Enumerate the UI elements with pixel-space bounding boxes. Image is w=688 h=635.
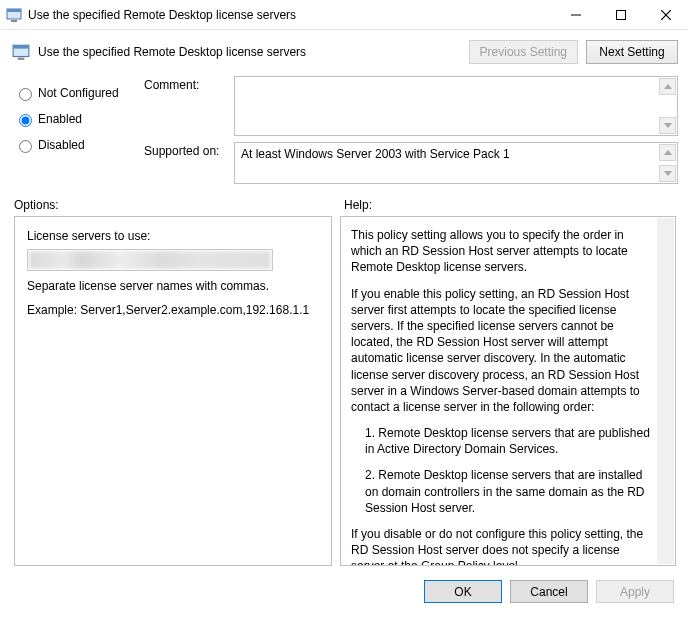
license-servers-label: License servers to use: [27,229,319,243]
radio-not-configured-label: Not Configured [38,86,119,100]
help-text: This policy setting allows you to specif… [351,227,653,566]
radio-enabled-input[interactable] [19,114,32,127]
section-labels: Options: Help: [0,188,688,216]
help-p1: This policy setting allows you to specif… [351,227,653,276]
state-radio-group: Not Configured Enabled Disabled [14,76,134,184]
license-servers-input[interactable] [27,249,273,271]
page-title: Use the specified Remote Desktop license… [38,45,461,59]
maximize-button[interactable] [598,0,643,29]
header-row: Use the specified Remote Desktop license… [0,30,688,72]
cancel-button[interactable]: Cancel [510,580,588,603]
help-p2: If you enable this policy setting, an RD… [351,286,653,416]
settings-area: Not Configured Enabled Disabled Comment:… [0,72,688,188]
supported-scroll-up[interactable] [659,144,676,161]
panes: License servers to use: Separate license… [0,216,688,574]
supported-label: Supported on: [144,142,234,184]
svg-rect-1 [7,9,21,12]
svg-rect-2 [11,20,17,22]
comment-label: Comment: [144,76,234,136]
svg-marker-12 [664,150,672,155]
svg-rect-9 [18,58,25,60]
options-pane: License servers to use: Separate license… [14,216,332,566]
next-setting-button[interactable]: Next Setting [586,40,678,64]
svg-marker-10 [664,84,672,89]
svg-rect-8 [13,45,29,48]
comment-value [235,75,243,93]
help-heading: Help: [344,198,676,212]
radio-not-configured[interactable]: Not Configured [14,80,134,106]
previous-setting-button: Previous Setting [469,40,578,64]
comment-scroll-down[interactable] [659,117,676,134]
supported-row: Supported on: At least Windows Server 20… [144,142,678,184]
supported-value: At least Windows Server 2003 with Servic… [241,147,510,161]
minimize-button[interactable] [553,0,598,29]
policy-header-icon [12,43,30,61]
svg-marker-11 [664,123,672,128]
radio-enabled-label: Enabled [38,112,82,126]
radio-enabled[interactable]: Enabled [14,106,134,132]
comment-row: Comment: [144,76,678,136]
supported-textbox: At least Windows Server 2003 with Servic… [234,142,678,184]
titlebar: Use the specified Remote Desktop license… [0,0,688,30]
help-scrollbar[interactable] [657,218,674,564]
radio-disabled-input[interactable] [19,140,32,153]
fields-column: Comment: Supported on: At least Windows … [144,76,678,184]
ok-button[interactable]: OK [424,580,502,603]
help-li2: 2. Remote Desktop license servers that a… [351,467,653,516]
comment-scroll-up[interactable] [659,78,676,95]
options-note-1: Separate license server names with comma… [27,279,319,293]
svg-rect-4 [616,10,625,19]
radio-disabled[interactable]: Disabled [14,132,134,158]
apply-button: Apply [596,580,674,603]
svg-marker-13 [664,171,672,176]
radio-disabled-label: Disabled [38,138,85,152]
help-pane: This policy setting allows you to specif… [340,216,676,566]
close-button[interactable] [643,0,688,29]
radio-not-configured-input[interactable] [19,88,32,101]
options-heading: Options: [14,198,344,212]
help-p3: If you disable or do not configure this … [351,526,653,566]
supported-scroll-down[interactable] [659,165,676,182]
window-title: Use the specified Remote Desktop license… [28,8,553,22]
comment-textbox[interactable] [234,76,678,136]
options-note-2: Example: Server1,Server2.example.com,192… [27,303,319,317]
help-li1: 1. Remote Desktop license servers that a… [351,425,653,457]
button-bar: OK Cancel Apply [0,574,688,613]
policy-icon [6,7,22,23]
